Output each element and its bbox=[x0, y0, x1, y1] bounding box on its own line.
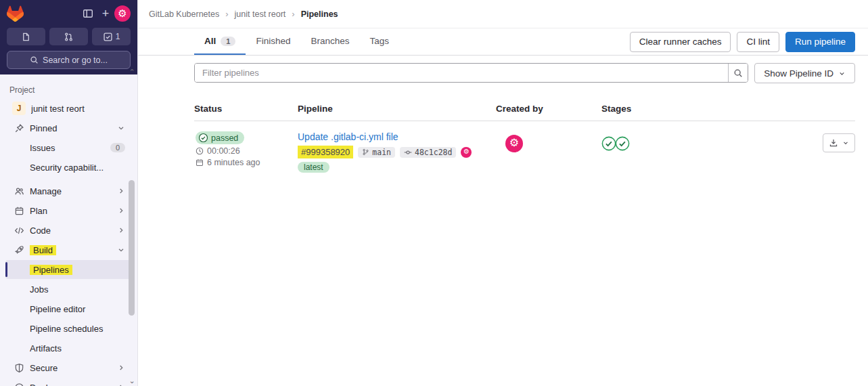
column-pipeline: Pipeline bbox=[298, 104, 496, 114]
creator-avatar[interactable]: ⚙ bbox=[505, 135, 523, 152]
sidebar-item-artifacts[interactable]: Artifacts bbox=[5, 339, 131, 358]
merge-request-icon bbox=[64, 32, 74, 42]
column-status: Status bbox=[194, 104, 298, 114]
code-icon bbox=[14, 225, 24, 236]
breadcrumb-project[interactable]: junit test reort bbox=[235, 9, 286, 19]
sidebar-scrollbar[interactable]: ⌃ ⌄ bbox=[127, 66, 137, 386]
scrollbar-thumb[interactable] bbox=[129, 180, 135, 316]
check-circle-icon bbox=[198, 133, 208, 143]
clock-icon bbox=[196, 147, 204, 155]
sidebar-item-project[interactable]: J junit test reort bbox=[5, 99, 131, 118]
todo-count: 1 bbox=[116, 32, 120, 41]
issue-doc-icon bbox=[21, 32, 31, 42]
row-actions-cell bbox=[790, 131, 855, 152]
committer-avatar[interactable]: ⚙ bbox=[461, 147, 472, 158]
filter-search-button[interactable] bbox=[728, 64, 748, 82]
stages-cell bbox=[601, 131, 790, 151]
created-by-cell: ⚙ bbox=[496, 131, 601, 152]
user-avatar[interactable]: ⚙ bbox=[114, 5, 131, 22]
filter-pipelines-input[interactable] bbox=[195, 64, 728, 82]
status-badge-passed[interactable]: passed bbox=[196, 131, 244, 144]
sidebar-item-jobs[interactable]: Jobs bbox=[5, 280, 131, 299]
download-artifacts-button[interactable] bbox=[823, 133, 855, 152]
tab-finished[interactable]: Finished bbox=[246, 28, 300, 55]
sidebar-item-issues[interactable]: Issues 0 bbox=[5, 138, 131, 157]
tab-all[interactable]: All 1 bbox=[194, 28, 246, 55]
chevron-right-icon bbox=[117, 187, 125, 195]
pipeline-age: 6 minutes ago bbox=[196, 158, 260, 167]
breadcrumb: GitLab Kubernetes › junit test reort › P… bbox=[138, 0, 868, 28]
pipeline-row: passed 00:00:26 6 minutes ago Update .gi… bbox=[194, 121, 855, 184]
commit-chip[interactable]: 48c1c28d bbox=[400, 147, 456, 158]
pipeline-actions: Clear runner caches CI lint Run pipeline bbox=[630, 32, 855, 52]
breadcrumb-current-page: Pipelines bbox=[301, 9, 338, 19]
pipelines-tabs-row: All 1 Finished Branches Tags Clear runne… bbox=[138, 28, 868, 56]
chevron-right-icon bbox=[117, 226, 125, 234]
sidebar-section-label: Project bbox=[0, 80, 137, 99]
chevron-right-icon bbox=[117, 207, 125, 215]
gitlab-app: + ⚙ 1 Search or go to... P bbox=[0, 0, 868, 386]
sidebar-item-pipeline-editor[interactable]: Pipeline editor bbox=[5, 299, 131, 318]
sidebar-item-security-capabilities[interactable]: Security capabilit... bbox=[5, 158, 131, 177]
show-pipeline-id-dropdown[interactable]: Show Pipeline ID bbox=[754, 63, 855, 83]
filter-pipelines-box bbox=[194, 63, 748, 83]
status-cell: passed 00:00:26 6 minutes ago bbox=[194, 131, 298, 167]
breadcrumb-separator: › bbox=[225, 9, 228, 19]
sidebar-header: + ⚙ 1 Search or go to... bbox=[0, 0, 137, 74]
chevron-down-icon bbox=[842, 140, 849, 146]
ci-lint-button[interactable]: CI lint bbox=[737, 32, 779, 52]
search-or-go-to[interactable]: Search or go to... bbox=[7, 51, 131, 69]
sidebar-item-plan[interactable]: Plan bbox=[5, 201, 131, 220]
stage-passed-icon[interactable] bbox=[615, 136, 630, 151]
branch-chip[interactable]: main bbox=[358, 147, 395, 158]
create-new-icon[interactable]: + bbox=[97, 5, 114, 22]
rocket-icon bbox=[14, 244, 24, 255]
deploy-icon bbox=[14, 382, 24, 386]
highlight-build: Build bbox=[30, 245, 56, 255]
gitlab-logo[interactable] bbox=[7, 5, 24, 22]
stage-passed-icon[interactable] bbox=[601, 136, 616, 151]
sidebar-item-secure[interactable]: Secure bbox=[5, 358, 131, 377]
tab-tags[interactable]: Tags bbox=[359, 28, 399, 55]
latest-badge: latest bbox=[298, 162, 329, 173]
run-pipeline-button[interactable]: Run pipeline bbox=[785, 32, 855, 52]
chevron-down-icon bbox=[117, 246, 125, 254]
pipeline-duration: 00:00:26 bbox=[196, 146, 240, 156]
column-stages: Stages bbox=[601, 104, 790, 114]
issues-shortcut-button[interactable] bbox=[7, 28, 45, 45]
tabs: All 1 Finished Branches Tags bbox=[194, 28, 399, 55]
column-created-by: Created by bbox=[496, 104, 601, 114]
sidebar-item-pinned[interactable]: Pinned bbox=[5, 119, 131, 137]
search-icon bbox=[30, 56, 39, 64]
project-avatar: J bbox=[12, 102, 26, 115]
shield-icon bbox=[14, 362, 24, 373]
clear-runner-caches-button[interactable]: Clear runner caches bbox=[630, 32, 731, 52]
tab-branches[interactable]: Branches bbox=[300, 28, 359, 55]
breadcrumb-group[interactable]: GitLab Kubernetes bbox=[149, 9, 219, 19]
chevron-right-icon bbox=[117, 364, 125, 372]
chevron-down-icon bbox=[838, 70, 846, 77]
sidebar: + ⚙ 1 Search or go to... P bbox=[0, 0, 138, 386]
scroll-down-arrow[interactable]: ⌄ bbox=[127, 377, 137, 385]
sidebar-item-manage[interactable]: Manage bbox=[5, 181, 131, 200]
commit-icon bbox=[404, 148, 412, 156]
todo-check-icon bbox=[103, 32, 113, 42]
sidebar-item-build[interactable]: Build bbox=[5, 240, 131, 259]
sidebar-item-deploy[interactable]: Deploy bbox=[5, 378, 131, 386]
pipeline-cell: Update .gitlab-ci.yml file #999358920 ma… bbox=[298, 131, 496, 173]
merge-requests-shortcut-button[interactable] bbox=[49, 28, 88, 45]
users-icon bbox=[14, 186, 24, 196]
todos-shortcut-button[interactable]: 1 bbox=[92, 28, 131, 45]
download-icon bbox=[829, 138, 838, 148]
pipeline-id-highlighted[interactable]: #999358920 bbox=[298, 146, 353, 158]
highlight-pipelines: Pipelines bbox=[30, 265, 72, 275]
sidebar-item-code[interactable]: Code bbox=[5, 221, 131, 240]
pipeline-title-link[interactable]: Update .gitlab-ci.yml file bbox=[298, 131, 398, 142]
main-content: GitLab Kubernetes › junit test reort › P… bbox=[138, 0, 868, 386]
scroll-up-arrow[interactable]: ⌃ bbox=[127, 68, 137, 76]
sidebar-item-pipeline-schedules[interactable]: Pipeline schedules bbox=[5, 319, 131, 338]
chevron-right-icon bbox=[117, 383, 125, 386]
sidebar-item-pipelines[interactable]: Pipelines bbox=[5, 260, 131, 279]
sidebar-toggle-icon[interactable] bbox=[79, 5, 97, 22]
breadcrumb-separator: › bbox=[292, 9, 294, 19]
